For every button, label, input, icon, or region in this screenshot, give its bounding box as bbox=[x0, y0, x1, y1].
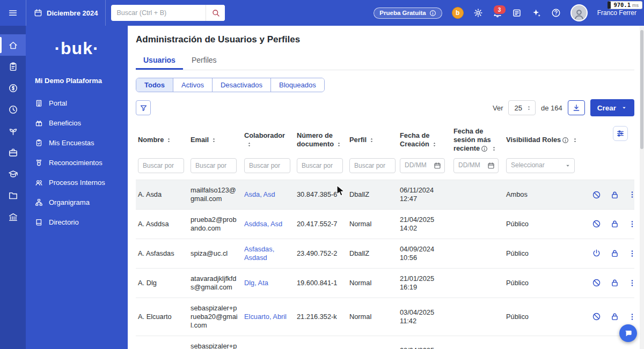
block-user-button[interactable] bbox=[592, 278, 601, 287]
points-button[interactable]: b bbox=[452, 7, 464, 19]
sidebar-item-directorio[interactable]: Directorio bbox=[26, 212, 128, 232]
rail-item-documentos[interactable] bbox=[0, 184, 26, 206]
tab-perfiles[interactable]: Perfiles bbox=[184, 51, 224, 70]
colaborador-link[interactable]: Asda, Asd bbox=[242, 180, 295, 209]
sort-icon bbox=[246, 142, 252, 147]
calendar-icon bbox=[434, 162, 441, 169]
rail-item-tasks[interactable] bbox=[0, 56, 26, 77]
column-settings-button[interactable] bbox=[613, 126, 628, 141]
search-input[interactable] bbox=[111, 9, 206, 17]
filter-bloqueados[interactable]: Bloqueados bbox=[270, 78, 324, 92]
filter-fecha-creacion-input[interactable]: DD/MM bbox=[400, 158, 445, 173]
sidebar-item-portal[interactable]: Portal bbox=[26, 93, 128, 113]
lock-user-button[interactable] bbox=[610, 219, 619, 228]
filter-fecha-sesion-input[interactable]: DD/MM bbox=[453, 158, 499, 173]
rail-item-home[interactable] bbox=[0, 34, 26, 56]
filter-activos[interactable]: Activos bbox=[173, 78, 212, 92]
page-size-select[interactable]: 25 bbox=[508, 100, 535, 115]
user-icon bbox=[573, 8, 586, 20]
lock-user-button[interactable] bbox=[610, 278, 619, 287]
filter-visibilidad-select[interactable]: Seleccionar bbox=[506, 158, 575, 173]
row-menu-button[interactable] bbox=[628, 313, 636, 321]
colaborador-link[interactable]: Dlg, Ata bbox=[242, 268, 295, 298]
create-button[interactable]: Crear bbox=[590, 99, 634, 116]
rail-item-capacitacion[interactable] bbox=[0, 163, 26, 184]
company-name: Mi Demo Plataforma bbox=[26, 77, 128, 85]
colaborador-link[interactable]: Elcuarto, Abril bbox=[242, 298, 295, 336]
block-user-button[interactable] bbox=[592, 190, 601, 199]
filter-perfil-input[interactable] bbox=[349, 158, 396, 173]
filter-documento-input[interactable] bbox=[297, 158, 343, 173]
sort-icon bbox=[369, 137, 375, 143]
filter-desactivados[interactable]: Desactivados bbox=[212, 78, 270, 92]
activate-user-button[interactable] bbox=[592, 249, 601, 258]
col-email[interactable]: Email bbox=[188, 122, 242, 157]
table-row[interactable]: A. Eltercero sebaspizaler+prueba19@gmail… bbox=[136, 336, 634, 349]
filter-nombre-input[interactable] bbox=[138, 158, 184, 173]
medal-icon bbox=[35, 159, 43, 167]
rail-item-empresa[interactable] bbox=[0, 206, 26, 227]
settings-button[interactable] bbox=[473, 8, 483, 18]
row-menu-button[interactable] bbox=[628, 220, 636, 228]
sidebar-item-label: Organigrama bbox=[49, 198, 90, 206]
lock-icon bbox=[610, 312, 619, 321]
lock-user-button[interactable] bbox=[610, 249, 619, 258]
filter-colaborador-input[interactable] bbox=[244, 158, 290, 173]
block-user-button[interactable] bbox=[592, 312, 601, 321]
trial-label: Prueba Gratuita bbox=[379, 10, 426, 16]
kebab-icon bbox=[628, 249, 636, 258]
rail-item-remuneraciones[interactable] bbox=[0, 77, 26, 99]
page-size-value: 25 bbox=[514, 104, 522, 112]
sidebar-item-procesos-internos[interactable]: Procesos Internos bbox=[26, 173, 128, 192]
row-menu-button[interactable] bbox=[628, 190, 636, 199]
advanced-filter-button[interactable] bbox=[136, 100, 151, 115]
colaborador-link[interactable]: Asddsa, Asd bbox=[242, 209, 295, 239]
col-colaborador[interactable]: Colaborador bbox=[242, 122, 295, 157]
sidebar-item-reconocimientos[interactable]: Reconocimientos bbox=[26, 153, 128, 173]
search-button[interactable] bbox=[206, 5, 225, 21]
status-filter-group: Todos Activos Desactivados Bloqueados bbox=[136, 78, 325, 92]
lock-user-button[interactable] bbox=[610, 190, 619, 199]
block-user-button[interactable] bbox=[592, 219, 601, 228]
row-menu-button[interactable] bbox=[628, 279, 636, 287]
table-row[interactable]: A. Asddsa prueba2@probando.com Asddsa, A… bbox=[136, 209, 634, 239]
col-nombre[interactable]: Nombre bbox=[136, 122, 188, 157]
table-row[interactable]: A. Elcuarto sebaspizaler+prueba20@gmail.… bbox=[136, 298, 634, 336]
money-icon bbox=[8, 83, 18, 93]
table-row[interactable]: A. Dlg atavaradjkljfkfds@gmail.com Dlg, … bbox=[136, 268, 634, 298]
news-button[interactable] bbox=[512, 8, 522, 18]
vertical-scrollbar[interactable] bbox=[640, 26, 644, 349]
col-numero-documento[interactable]: Número de documento bbox=[295, 122, 347, 157]
filter-email-input[interactable] bbox=[191, 158, 237, 173]
row-menu-button[interactable] bbox=[628, 249, 636, 258]
period-selector[interactable]: Diciembre 2024 bbox=[26, 0, 106, 26]
whats-new-button[interactable] bbox=[531, 8, 541, 18]
rail-item-talento[interactable] bbox=[0, 142, 26, 163]
tab-usuarios[interactable]: Usuarios bbox=[136, 51, 183, 70]
scrollbar-thumb[interactable] bbox=[640, 30, 643, 149]
col-perfil[interactable]: Perfil bbox=[347, 122, 398, 157]
download-button[interactable] bbox=[568, 100, 585, 115]
lock-user-button[interactable] bbox=[610, 312, 619, 321]
colaborador-link[interactable]: Eltercero, Abril bbox=[242, 336, 295, 349]
chat-launcher-button[interactable] bbox=[619, 324, 637, 342]
trial-badge[interactable]: Prueba Gratuita bbox=[374, 8, 442, 19]
col-fecha-creacion[interactable]: Fecha de Creación bbox=[398, 122, 451, 157]
avatar[interactable] bbox=[570, 4, 588, 21]
col-visibilidad-roles[interactable]: Visibilidad Roles bbox=[504, 122, 583, 157]
col-fecha-sesion[interactable]: Fecha de sesión más reciente bbox=[451, 122, 504, 157]
filter-todos[interactable]: Todos bbox=[136, 78, 173, 92]
table-row[interactable]: A. Asda mailfalso123@gmail.com Asda, Asd… bbox=[136, 180, 634, 209]
notifications-button[interactable]: 3 bbox=[493, 8, 502, 18]
table-row[interactable]: A. Asfasdas spiza@uc.cl Asfasdas, Asdasd… bbox=[136, 239, 634, 268]
hamburger-menu-button[interactable] bbox=[0, 8, 26, 18]
sidebar-item-beneficios[interactable]: Beneficios bbox=[26, 113, 128, 133]
rail-item-asistencia[interactable] bbox=[0, 99, 26, 120]
sidebar-item-organigrama[interactable]: Organigrama bbox=[26, 192, 128, 212]
colaborador-link[interactable]: Asfasdas, Asdasd bbox=[242, 239, 295, 268]
sidebar-item-mis-encuestas[interactable]: Mis Encuestas bbox=[26, 133, 128, 153]
help-button[interactable] bbox=[551, 8, 561, 18]
rail-item-desarrollo[interactable] bbox=[0, 120, 26, 142]
calendar-icon bbox=[487, 162, 495, 169]
kebab-icon bbox=[628, 220, 636, 228]
